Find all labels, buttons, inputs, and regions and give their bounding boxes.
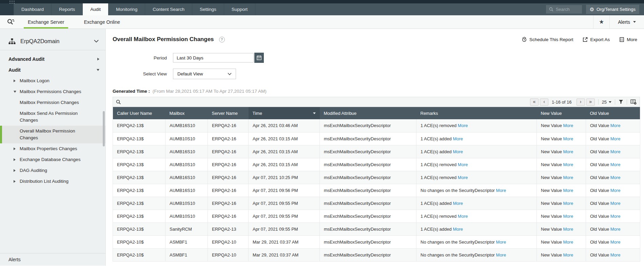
more-link[interactable]: More [563, 240, 573, 245]
more-link[interactable]: More [563, 227, 573, 232]
cell-caller-user-name: ERPQA2-13$ [113, 184, 165, 197]
domain-selector[interactable]: ErpQA2Domain [0, 32, 105, 50]
more-link[interactable]: More [610, 227, 621, 232]
org-tenant-settings-button[interactable]: ⚙ Org/Tenant Settings [586, 5, 639, 14]
nav-tab-content-search[interactable]: Content Search [145, 3, 192, 15]
cell-mailbox: AUMB10S10 [165, 210, 208, 223]
cell-server-name: ERPQA2-10 [208, 235, 249, 248]
help-icon[interactable]: ? [219, 37, 225, 42]
calendar-button[interactable] [254, 53, 264, 63]
cell-old-value: Old Value More [586, 210, 640, 223]
sidebar-scrollbar[interactable] [103, 111, 105, 146]
page-size-select[interactable]: 25 [602, 100, 611, 105]
column-chooser-button[interactable] [630, 99, 637, 105]
more-link[interactable]: More [610, 240, 621, 245]
cell-caller-user-name: ERPQA2-13$ [113, 171, 165, 184]
apps-waffle-icon[interactable] [9, 1, 16, 5]
column-header-time[interactable]: Time [249, 107, 320, 119]
column-header-modified-attribue[interactable]: Modified Attribue [320, 107, 416, 119]
subnav-tab-exchange-online[interactable]: Exchange Online [82, 15, 121, 29]
cell-mailbox: AUMB10S10 [165, 158, 208, 171]
sidebar-item-distribution-list-auditing[interactable]: Distribution List Auditing [0, 176, 105, 187]
more-link[interactable]: More [496, 252, 506, 258]
tree-expand-icon[interactable] [14, 178, 20, 185]
subnav-tab-exchange-server[interactable]: Exchange Server [26, 15, 65, 29]
more-link[interactable]: More [458, 214, 468, 219]
table-search-icon[interactable] [116, 100, 121, 105]
nav-tab-audit[interactable]: Audit [83, 3, 109, 15]
more-link[interactable]: More [610, 175, 621, 180]
more-link[interactable]: More [610, 149, 621, 154]
sidebar-item-exchange-database-changes[interactable]: Exchange Database Changes [0, 154, 105, 165]
more-link[interactable]: More [610, 188, 621, 193]
more-link[interactable]: More [610, 214, 621, 219]
sidebar-item-dag-auditing[interactable]: DAG Auditing [0, 165, 105, 176]
tree-expand-icon[interactable] [14, 167, 20, 174]
more-link[interactable]: More [610, 136, 621, 141]
alerts-dropdown[interactable]: Alerts [609, 15, 644, 29]
primary-nav-tabs: DashboardReportsAuditMonitoringContent S… [14, 3, 255, 15]
sidebar-item-mailbox-permissions-changes[interactable]: Mailbox Permissions Changes [0, 86, 105, 97]
tree-expand-icon[interactable] [14, 77, 20, 84]
more-link[interactable]: More [563, 162, 573, 167]
more-link[interactable]: More [563, 136, 573, 141]
advanced-search-icon[interactable] [7, 15, 15, 29]
global-search-input[interactable]: Search [546, 5, 582, 14]
nav-tab-support[interactable]: Support [224, 3, 255, 15]
more-link[interactable]: More [610, 162, 621, 167]
more-link[interactable]: More [458, 123, 468, 128]
cell-modified-attribute: msExchMailboxSecurityDescriptor [320, 171, 416, 184]
more-link[interactable]: More [563, 214, 573, 219]
nav-tab-dashboard[interactable]: Dashboard [14, 3, 52, 15]
sidebar-item-mailbox-logon[interactable]: Mailbox Logon [0, 75, 105, 86]
nav-tab-monitoring[interactable]: Monitoring [109, 3, 145, 15]
more-link[interactable]: More [453, 149, 463, 154]
more-link[interactable]: More [563, 123, 573, 128]
more-link[interactable]: More [610, 201, 621, 206]
column-header-mailbox[interactable]: Mailbox [165, 107, 208, 119]
nav-tab-reports[interactable]: Reports [52, 3, 83, 15]
column-header-remarks[interactable]: Remarks [416, 107, 537, 119]
nav-tab-settings[interactable]: Settings [192, 3, 224, 15]
column-header-server-name[interactable]: Server Name [208, 107, 249, 119]
filter-button[interactable] [619, 100, 623, 104]
more-link[interactable]: More [610, 123, 621, 128]
more-link[interactable]: More [610, 252, 621, 258]
more-link[interactable]: More [453, 136, 463, 141]
period-input[interactable] [173, 53, 254, 63]
export-as-button[interactable]: Export As [583, 37, 610, 42]
favorite-star-icon[interactable]: ★ [593, 15, 609, 29]
more-link[interactable]: More [496, 188, 506, 193]
tree-expand-icon[interactable] [14, 145, 20, 152]
tree-expand-icon[interactable] [14, 156, 20, 163]
sidebar-item-overall-mailbox-permission-changes[interactable]: Overall Mailbox Permission Changes [0, 126, 105, 143]
column-header-new-value[interactable]: New Value [537, 107, 586, 119]
more-link[interactable]: More [453, 201, 463, 206]
next-page-button[interactable]: › [577, 99, 585, 106]
more-link[interactable]: More [458, 162, 468, 167]
schedule-report-button[interactable]: Schedule This Report [522, 37, 573, 42]
sidebar-item-mailbox-properties-changes[interactable]: Mailbox Properties Changes [0, 143, 105, 154]
more-link[interactable]: More [453, 227, 463, 232]
sidebar-item-audit[interactable]: Audit [0, 65, 105, 75]
sidebar-item-alerts[interactable]: Alerts [0, 253, 105, 266]
more-link[interactable]: More [563, 188, 573, 193]
more-link[interactable]: More [563, 252, 573, 258]
prev-page-button[interactable]: ‹ [540, 99, 548, 106]
more-link[interactable]: More [496, 240, 506, 245]
more-link[interactable]: More [563, 149, 573, 154]
tree-collapse-icon[interactable] [14, 88, 20, 95]
first-page-button[interactable]: « [530, 99, 539, 106]
sidebar-item-label: Mailbox Send As Permission Changes [20, 110, 92, 124]
more-link[interactable]: More [458, 175, 468, 180]
more-button[interactable]: More [619, 37, 637, 42]
column-header-caller-user-name[interactable]: Caller User Name [113, 107, 165, 119]
last-page-button[interactable]: » [586, 99, 595, 106]
view-select[interactable]: Default View [173, 69, 236, 79]
more-link[interactable]: More [563, 175, 573, 180]
sidebar-item-advanced-audit[interactable]: Advanced Audit [0, 54, 105, 65]
more-link[interactable]: More [563, 201, 573, 206]
column-header-old-value[interactable]: Old Value [586, 107, 640, 119]
sidebar-item-mailbox-send-as-permission-changes[interactable]: Mailbox Send As Permission Changes [0, 108, 105, 126]
sidebar-item-mailbox-permission-changes[interactable]: Mailbox Permission Changes [0, 97, 105, 108]
